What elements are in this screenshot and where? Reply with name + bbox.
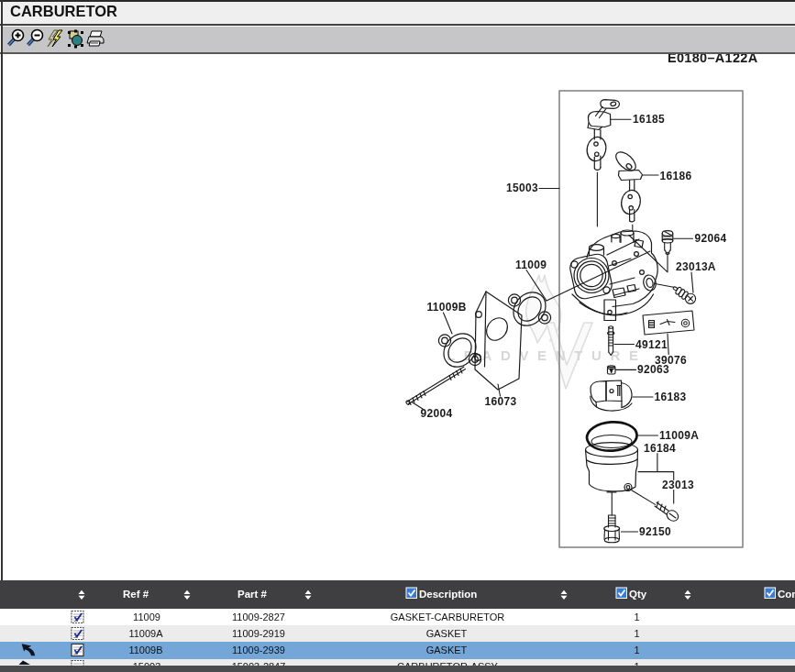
svg-text:16073: 16073 — [485, 395, 517, 408]
svg-text:11009A: 11009A — [128, 628, 163, 639]
svg-text:16184: 16184 — [644, 442, 676, 455]
svg-text:1: 1 — [634, 611, 639, 622]
svg-text:11009A: 11009A — [659, 429, 699, 442]
svg-text:11009-2939: 11009-2939 — [232, 644, 285, 655]
svg-text:1: 1 — [634, 628, 639, 639]
svg-text:92150: 92150 — [639, 525, 671, 538]
svg-text:16185: 16185 — [633, 113, 665, 126]
svg-text:GASKET: GASKET — [426, 628, 468, 639]
svg-text:23013: 23013 — [662, 479, 694, 491]
svg-text:Com: Com — [778, 589, 795, 600]
svg-text:49121: 49121 — [635, 338, 668, 351]
svg-text:11009B: 11009B — [427, 301, 467, 314]
svg-text:11009: 11009 — [133, 611, 160, 622]
svg-text:16183: 16183 — [655, 391, 687, 403]
svg-text:92063: 92063 — [637, 363, 669, 376]
svg-text:11009-2827: 11009-2827 — [232, 611, 285, 622]
svg-text:23013A: 23013A — [676, 260, 716, 273]
svg-text:15003: 15003 — [506, 182, 538, 194]
svg-text:11009-2919: 11009-2919 — [232, 628, 285, 639]
svg-text:11009: 11009 — [515, 259, 547, 271]
svg-text:92064: 92064 — [695, 232, 727, 245]
svg-text:11009B: 11009B — [128, 644, 162, 655]
svg-text:1: 1 — [634, 644, 639, 655]
svg-text:16186: 16186 — [660, 170, 692, 182]
svg-text:GASKET-CARBURETOR: GASKET-CARBURETOR — [391, 611, 505, 622]
svg-text:GASKET: GASKET — [426, 644, 468, 655]
svg-text:92004: 92004 — [421, 407, 453, 420]
svg-text:Qty: Qty — [629, 589, 647, 600]
svg-text:Part #: Part # — [237, 589, 268, 600]
svg-text:Ref #: Ref # — [123, 589, 149, 600]
svg-text:Description: Description — [419, 589, 477, 600]
